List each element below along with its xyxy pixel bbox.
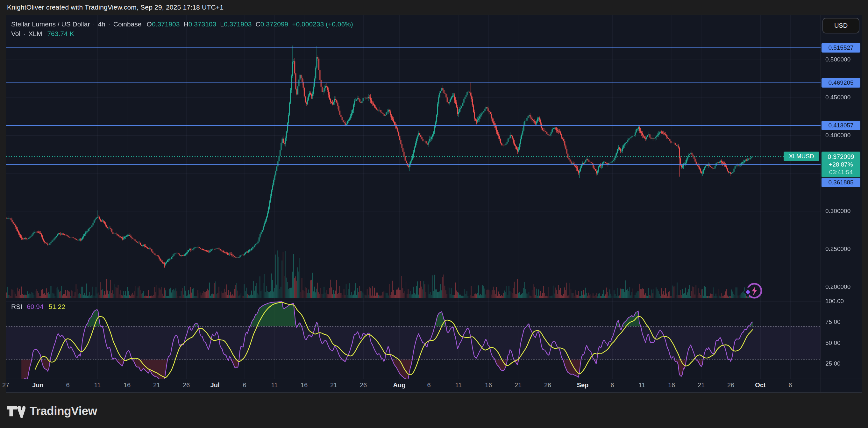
time-axis-label: Oct (755, 381, 766, 389)
high-value: 0.373103 (188, 20, 217, 28)
time-axis-label: 21 (698, 381, 705, 389)
open-label: O (147, 20, 152, 28)
price-chart-canvas[interactable] (6, 15, 820, 379)
rsi-scale-label: 25.00 (825, 360, 841, 368)
horizontal-level-line[interactable] (6, 164, 820, 165)
time-axis-label: 11 (639, 381, 645, 389)
level-price-badge: 0.469205 (822, 78, 860, 88)
time-axis-label: 16 (668, 381, 675, 389)
tradingview-logo[interactable]: TradingView (7, 404, 97, 418)
time-axis-label: 26 (360, 381, 367, 389)
time-axis-label: 6 (66, 381, 69, 389)
change-percent: +28.87% (822, 161, 860, 169)
price-scale-label: 0.250000 (825, 245, 850, 253)
time-axis-label: Aug (393, 381, 406, 389)
snapshot-attribution-bar: KnightOliver created with TradingView.co… (0, 0, 868, 14)
close-value: 0.372099 (260, 20, 288, 28)
time-axis-label: 27 (2, 381, 9, 389)
symbol-price-label: XLMUSD (784, 152, 819, 161)
time-axis[interactable]: 27Jun611162126Jul611162126Aug611162126Se… (6, 379, 820, 393)
horizontal-level-line[interactable] (6, 83, 820, 83)
currency-toggle-button[interactable]: USD (823, 18, 859, 33)
price-scale-label: 0.200000 (825, 283, 850, 291)
time-axis-label: 16 (124, 381, 130, 389)
rsi-label: RSI (11, 303, 22, 310)
exchange-label[interactable]: Coinbase (113, 20, 142, 28)
legend-separator: · (108, 20, 111, 28)
level-badge-361885: 0.361885 (822, 178, 860, 187)
last-price-value: 0.372099 (822, 153, 860, 161)
rsi-value: 60.94 (27, 303, 43, 310)
volume-legend-row[interactable]: Vol · XLM 763.74 K (11, 29, 353, 38)
legend-separator: · (23, 30, 26, 38)
symbol-legend-row[interactable]: Stellar Lumens / US Dollar · 4h · Coinba… (11, 20, 353, 29)
symbol-title[interactable]: Stellar Lumens / US Dollar (11, 20, 90, 28)
time-axis-label: 21 (515, 381, 522, 389)
low-value: 0.371903 (224, 20, 252, 28)
change-value: +0.000233 (+0.06%) (292, 20, 353, 28)
high-label: H (183, 20, 188, 28)
lightning-boost-icon[interactable] (744, 282, 763, 301)
rsi-ma-value: 51.22 (49, 303, 66, 310)
price-scale-label: 0.500000 (825, 55, 850, 64)
volume-value: 763.74 K (47, 30, 74, 38)
close-label: C (256, 20, 260, 28)
time-axis-label: 26 (544, 381, 551, 389)
tradingview-logo-text: TradingView (30, 404, 97, 418)
volume-unit: XLM (28, 30, 42, 38)
time-axis-label: Sep (577, 381, 589, 389)
horizontal-level-line[interactable] (6, 48, 820, 48)
tradingview-logo-icon (7, 404, 26, 418)
price-scale-label: 0.400000 (825, 131, 850, 140)
horizontal-level-line[interactable] (6, 125, 820, 126)
time-axis-label: 21 (153, 381, 160, 389)
time-axis-label: Jul (211, 381, 220, 389)
footer-bar: TradingView (0, 393, 868, 428)
time-axis-label: 6 (788, 381, 792, 389)
time-axis-label: 16 (485, 381, 492, 389)
low-label: L (220, 20, 224, 28)
last-price-badge: 0.372099 +28.87% 03:41:54 (822, 152, 860, 177)
volume-label: Vol (11, 30, 20, 38)
attribution-text: KnightOliver created with TradingView.co… (7, 3, 223, 11)
rsi-scale-label: 50.00 (825, 339, 841, 347)
price-scale[interactable]: 0.5000000.4500000.4000000.3000000.250000… (821, 15, 863, 379)
open-value: 0.371903 (152, 20, 180, 28)
price-scale-label: 0.450000 (825, 93, 850, 101)
time-axis-label: 26 (727, 381, 734, 389)
time-axis-label: 11 (455, 381, 462, 389)
bar-countdown: 03:41:54 (822, 169, 860, 176)
rsi-scale-label: 75.00 (825, 318, 841, 326)
rsi-legend-row[interactable]: RSI 60.94 51.22 (11, 302, 65, 311)
level-price-badge: 0.413057 (822, 121, 860, 130)
ohlc-values: O0.371903 H0.373103 L0.371903 C0.372099 … (147, 20, 353, 28)
chart-widget: XLMUSD Stellar Lumens / US Dollar · 4h ·… (6, 14, 862, 393)
time-axis-label: 26 (183, 381, 190, 389)
time-axis-label: 6 (243, 381, 246, 389)
legend-separator: · (93, 20, 95, 28)
symbol-legend[interactable]: Stellar Lumens / US Dollar · 4h · Coinba… (11, 20, 353, 38)
rsi-scale-label: 100.00 (825, 297, 844, 305)
time-axis-label: 6 (611, 381, 614, 389)
time-axis-label: 6 (427, 381, 431, 389)
last-price-line (6, 156, 785, 157)
time-axis-label: 11 (94, 381, 101, 389)
time-axis-label: 21 (330, 381, 337, 389)
interval-label[interactable]: 4h (98, 20, 105, 28)
time-axis-label: 16 (301, 381, 308, 389)
level-price-badge: 0.515527 (822, 43, 860, 53)
time-axis-label: 11 (271, 381, 278, 389)
pane-separator[interactable] (6, 299, 863, 299)
time-axis-label: Jun (32, 381, 43, 389)
chart-plot-area[interactable]: XLMUSD Stellar Lumens / US Dollar · 4h ·… (6, 15, 820, 379)
price-scale-label: 0.300000 (825, 207, 850, 215)
